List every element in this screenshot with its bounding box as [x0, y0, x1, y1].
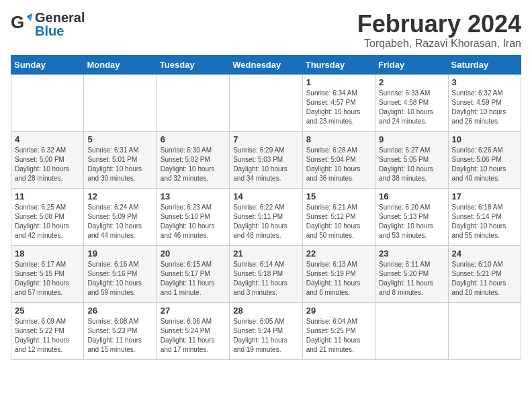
logo: G General Blue [11, 11, 85, 38]
day-number: 4 [15, 134, 80, 144]
day-number: 18 [15, 248, 80, 259]
day-number: 25 [15, 306, 80, 316]
day-info: Sunrise: 6:13 AM Sunset: 5:19 PM Dayligh… [306, 260, 371, 298]
day-info: Sunrise: 6:05 AM Sunset: 5:24 PM Dayligh… [233, 317, 298, 355]
calendar-cell: 4Sunrise: 6:32 AM Sunset: 5:00 PM Daylig… [11, 131, 84, 188]
week-row-4: 18Sunrise: 6:17 AM Sunset: 5:15 PM Dayli… [11, 245, 521, 302]
day-info: Sunrise: 6:32 AM Sunset: 5:00 PM Dayligh… [15, 146, 80, 183]
month-title: February 2024 [357, 11, 521, 38]
calendar-cell: 1Sunrise: 6:34 AM Sunset: 4:57 PM Daylig… [302, 74, 375, 131]
calendar-cell: 23Sunrise: 6:11 AM Sunset: 5:20 PM Dayli… [375, 245, 448, 302]
calendar-cell: 6Sunrise: 6:30 AM Sunset: 5:02 PM Daylig… [157, 131, 229, 188]
day-info: Sunrise: 6:21 AM Sunset: 5:12 PM Dayligh… [306, 203, 371, 240]
week-row-3: 11Sunrise: 6:25 AM Sunset: 5:08 PM Dayli… [11, 188, 521, 245]
day-header-thursday: Thursday [302, 55, 375, 74]
day-info: Sunrise: 6:29 AM Sunset: 5:03 PM Dayligh… [233, 146, 298, 183]
day-header-saturday: Saturday [448, 55, 521, 74]
day-info: Sunrise: 6:26 AM Sunset: 5:06 PM Dayligh… [452, 146, 517, 183]
calendar-cell: 13Sunrise: 6:23 AM Sunset: 5:10 PM Dayli… [157, 188, 229, 245]
calendar-table: SundayMondayTuesdayWednesdayThursdayFrid… [11, 55, 521, 360]
calendar-cell [448, 302, 521, 359]
day-number: 27 [161, 306, 226, 316]
day-info: Sunrise: 6:17 AM Sunset: 5:15 PM Dayligh… [15, 260, 80, 298]
calendar-cell [157, 74, 229, 131]
day-info: Sunrise: 6:24 AM Sunset: 5:09 PM Dayligh… [87, 203, 152, 240]
calendar-cell: 12Sunrise: 6:24 AM Sunset: 5:09 PM Dayli… [84, 188, 157, 245]
calendar-cell: 2Sunrise: 6:33 AM Sunset: 4:58 PM Daylig… [375, 74, 448, 131]
calendar-cell: 21Sunrise: 6:14 AM Sunset: 5:18 PM Dayli… [230, 245, 302, 302]
day-info: Sunrise: 6:09 AM Sunset: 5:22 PM Dayligh… [15, 317, 80, 355]
day-header-tuesday: Tuesday [157, 55, 229, 74]
calendar-cell: 24Sunrise: 6:10 AM Sunset: 5:21 PM Dayli… [448, 245, 521, 302]
day-number: 5 [87, 134, 152, 144]
calendar-cell: 20Sunrise: 6:15 AM Sunset: 5:17 PM Dayli… [157, 245, 229, 302]
location-title: Torqabeh, Razavi Khorasan, Iran [357, 38, 521, 50]
calendar-cell [375, 302, 448, 359]
day-info: Sunrise: 6:04 AM Sunset: 5:25 PM Dayligh… [306, 317, 371, 355]
calendar-cell: 27Sunrise: 6:06 AM Sunset: 5:24 PM Dayli… [157, 302, 229, 359]
day-number: 13 [161, 191, 226, 201]
logo-line1: General [35, 11, 85, 24]
logo-bird-icon: G [11, 13, 32, 32]
day-header-wednesday: Wednesday [230, 55, 302, 74]
day-info: Sunrise: 6:11 AM Sunset: 5:20 PM Dayligh… [379, 260, 444, 298]
day-number: 19 [87, 248, 152, 259]
day-info: Sunrise: 6:23 AM Sunset: 5:10 PM Dayligh… [161, 203, 226, 240]
calendar-cell: 25Sunrise: 6:09 AM Sunset: 5:22 PM Dayli… [11, 302, 84, 359]
calendar-cell [11, 74, 84, 131]
calendar-header-row: SundayMondayTuesdayWednesdayThursdayFrid… [11, 55, 521, 74]
day-number: 3 [452, 77, 517, 87]
week-row-1: 1Sunrise: 6:34 AM Sunset: 4:57 PM Daylig… [11, 74, 521, 131]
calendar-cell: 10Sunrise: 6:26 AM Sunset: 5:06 PM Dayli… [448, 131, 521, 188]
day-number: 21 [233, 248, 298, 259]
title-area: February 2024 Torqabeh, Razavi Khorasan,… [357, 11, 521, 50]
svg-text:G: G [11, 13, 24, 32]
calendar-cell: 15Sunrise: 6:21 AM Sunset: 5:12 PM Dayli… [302, 188, 375, 245]
week-row-2: 4Sunrise: 6:32 AM Sunset: 5:00 PM Daylig… [11, 131, 521, 188]
day-number: 24 [452, 248, 517, 259]
calendar-cell: 7Sunrise: 6:29 AM Sunset: 5:03 PM Daylig… [230, 131, 302, 188]
day-info: Sunrise: 6:16 AM Sunset: 5:16 PM Dayligh… [87, 260, 152, 298]
calendar-cell: 14Sunrise: 6:22 AM Sunset: 5:11 PM Dayli… [230, 188, 302, 245]
calendar-cell: 26Sunrise: 6:08 AM Sunset: 5:23 PM Dayli… [84, 302, 157, 359]
calendar-cell: 29Sunrise: 6:04 AM Sunset: 5:25 PM Dayli… [302, 302, 375, 359]
calendar-cell [84, 74, 157, 131]
day-info: Sunrise: 6:27 AM Sunset: 5:05 PM Dayligh… [379, 146, 444, 183]
day-info: Sunrise: 6:20 AM Sunset: 5:13 PM Dayligh… [379, 203, 444, 240]
day-number: 28 [233, 306, 298, 316]
day-number: 17 [452, 191, 517, 201]
day-number: 8 [306, 134, 371, 144]
day-number: 2 [379, 77, 444, 87]
day-number: 22 [306, 248, 371, 259]
day-info: Sunrise: 6:30 AM Sunset: 5:02 PM Dayligh… [161, 146, 226, 183]
page-header: G General Blue February 2024 Torqabeh, R… [11, 11, 521, 50]
day-header-sunday: Sunday [11, 55, 84, 74]
calendar-cell: 16Sunrise: 6:20 AM Sunset: 5:13 PM Dayli… [375, 188, 448, 245]
logo-line2: Blue [35, 24, 85, 38]
day-number: 6 [161, 134, 226, 144]
day-info: Sunrise: 6:34 AM Sunset: 4:57 PM Dayligh… [306, 89, 371, 126]
day-number: 15 [306, 191, 371, 201]
calendar-cell [230, 74, 302, 131]
calendar-cell: 5Sunrise: 6:31 AM Sunset: 5:01 PM Daylig… [84, 131, 157, 188]
day-number: 14 [233, 191, 298, 201]
day-number: 11 [15, 191, 80, 201]
calendar-cell: 11Sunrise: 6:25 AM Sunset: 5:08 PM Dayli… [11, 188, 84, 245]
calendar-cell: 3Sunrise: 6:32 AM Sunset: 4:59 PM Daylig… [448, 74, 521, 131]
day-info: Sunrise: 6:06 AM Sunset: 5:24 PM Dayligh… [161, 317, 226, 355]
calendar-cell: 18Sunrise: 6:17 AM Sunset: 5:15 PM Dayli… [11, 245, 84, 302]
week-row-5: 25Sunrise: 6:09 AM Sunset: 5:22 PM Dayli… [11, 302, 521, 359]
day-info: Sunrise: 6:18 AM Sunset: 5:14 PM Dayligh… [452, 203, 517, 240]
day-info: Sunrise: 6:32 AM Sunset: 4:59 PM Dayligh… [452, 89, 517, 126]
calendar-cell: 8Sunrise: 6:28 AM Sunset: 5:04 PM Daylig… [302, 131, 375, 188]
day-number: 26 [87, 306, 152, 316]
day-info: Sunrise: 6:10 AM Sunset: 5:21 PM Dayligh… [452, 260, 517, 298]
day-number: 1 [306, 77, 371, 87]
day-info: Sunrise: 6:14 AM Sunset: 5:18 PM Dayligh… [233, 260, 298, 298]
calendar-cell: 17Sunrise: 6:18 AM Sunset: 5:14 PM Dayli… [448, 188, 521, 245]
day-info: Sunrise: 6:31 AM Sunset: 5:01 PM Dayligh… [87, 146, 152, 183]
day-info: Sunrise: 6:15 AM Sunset: 5:17 PM Dayligh… [161, 260, 226, 298]
day-number: 29 [306, 306, 371, 316]
day-info: Sunrise: 6:22 AM Sunset: 5:11 PM Dayligh… [233, 203, 298, 240]
day-number: 12 [87, 191, 152, 201]
